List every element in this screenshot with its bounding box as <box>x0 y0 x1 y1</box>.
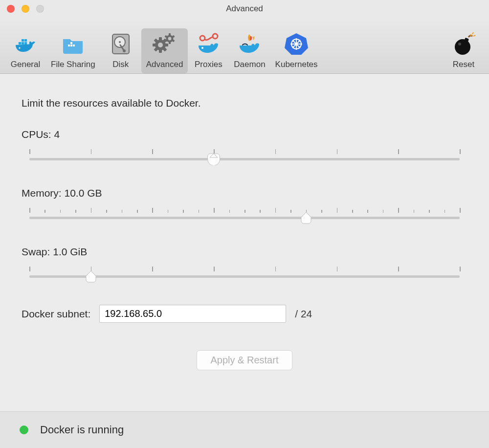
memory-field: Memory: 10.0 GB <box>22 187 467 224</box>
tab-label: Kubernetes <box>275 60 318 69</box>
bomb-icon <box>451 31 476 57</box>
svg-rect-9 <box>70 42 72 44</box>
daemon-whale-icon <box>237 31 262 57</box>
docker-whale-icon <box>13 31 38 57</box>
kubernetes-icon <box>284 31 309 57</box>
svg-line-44 <box>472 32 473 34</box>
tab-label: File Sharing <box>51 60 95 69</box>
svg-point-13 <box>123 49 126 52</box>
cpus-label: CPUs: 4 <box>22 129 467 140</box>
svg-rect-2 <box>24 42 27 45</box>
tab-general[interactable]: General <box>5 28 46 73</box>
docker-subnet-label: Docker subnet: <box>22 308 90 320</box>
window-controls <box>7 5 44 13</box>
svg-rect-26 <box>168 33 170 36</box>
status-bar: Docker is running <box>0 411 489 448</box>
status-indicator-icon <box>20 426 28 434</box>
svg-rect-3 <box>22 39 24 42</box>
tab-label: Disk <box>112 60 129 69</box>
docker-subnet-input[interactable] <box>99 305 286 323</box>
apply-restart-button[interactable]: Apply & Restart <box>197 350 293 370</box>
memory-label: Memory: 10.0 GB <box>22 187 467 199</box>
tab-label: Proxies <box>195 60 222 69</box>
tab-file-sharing[interactable]: File Sharing <box>46 28 100 73</box>
reset-button[interactable]: Reset <box>443 28 484 73</box>
tab-kubernetes[interactable]: Kubernetes <box>270 28 323 73</box>
svg-point-47 <box>458 43 461 45</box>
svg-point-32 <box>201 47 203 49</box>
svg-rect-7 <box>70 45 72 46</box>
docker-subnet-row: Docker subnet: / 24 <box>22 305 467 323</box>
tab-label: Advanced <box>146 60 183 69</box>
cpus-field: CPUs: 4 <box>22 129 467 165</box>
zoom-window-button[interactable] <box>36 5 44 13</box>
tab-advanced[interactable]: Advanced <box>141 28 188 73</box>
memory-slider[interactable] <box>29 207 460 224</box>
tab-daemon[interactable]: Daemon <box>229 28 270 73</box>
svg-rect-8 <box>73 45 75 46</box>
svg-rect-18 <box>165 44 168 46</box>
svg-rect-20 <box>159 49 162 53</box>
svg-rect-4 <box>24 39 27 42</box>
svg-point-12 <box>119 41 121 43</box>
titlebar: Advanced <box>0 0 489 18</box>
status-text: Docker is running <box>40 424 124 436</box>
svg-point-34 <box>213 34 218 39</box>
swap-slider[interactable] <box>29 266 460 282</box>
svg-rect-0 <box>19 42 21 45</box>
tab-label: Daemon <box>234 60 265 69</box>
window-title: Advanced <box>226 4 263 14</box>
disk-icon <box>108 31 133 57</box>
tab-disk[interactable]: Disk <box>100 28 141 73</box>
svg-rect-16 <box>159 37 162 41</box>
svg-point-15 <box>158 43 163 47</box>
svg-point-41 <box>295 43 298 45</box>
svg-rect-22 <box>153 44 156 46</box>
reset-label: Reset <box>453 60 474 69</box>
preferences-toolbar: General File Sharing <box>0 18 489 74</box>
svg-line-45 <box>473 35 475 36</box>
minimize-window-button[interactable] <box>22 5 29 13</box>
proxy-whale-icon <box>196 31 221 57</box>
cpus-slider[interactable] <box>29 148 460 165</box>
svg-point-25 <box>168 37 171 41</box>
tab-proxies[interactable]: Proxies <box>188 28 229 73</box>
svg-rect-1 <box>22 42 24 45</box>
svg-point-5 <box>19 47 20 48</box>
tab-label: General <box>11 60 40 69</box>
advanced-pane: Limit the resources available to Docker.… <box>0 74 489 415</box>
docker-subnet-suffix: / 24 <box>295 308 312 320</box>
intro-text: Limit the resources available to Docker. <box>22 97 467 109</box>
swap-field: Swap: 1.0 GiB <box>22 246 467 282</box>
swap-label: Swap: 1.0 GiB <box>22 246 467 258</box>
folder-whale-icon <box>60 31 86 57</box>
svg-rect-29 <box>168 42 170 44</box>
svg-rect-6 <box>68 45 70 46</box>
close-window-button[interactable] <box>7 5 15 13</box>
gears-icon <box>152 31 178 57</box>
